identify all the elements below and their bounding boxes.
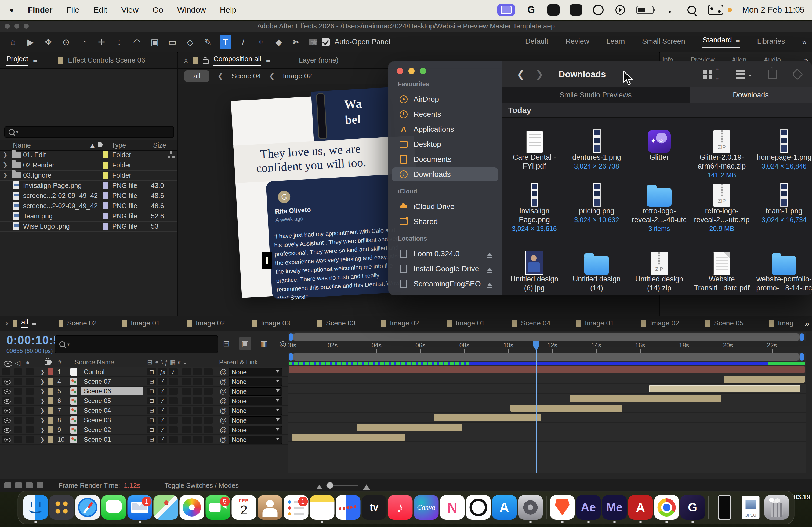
expand-chevron-icon[interactable]: ❯ [40,417,45,423]
app-store-icon[interactable]: A [492,495,517,520]
file-item-websitetransiti-date-pdf[interactable]: WebsiteTransiti...date.pdf [694,240,750,292]
parent-dropdown[interactable]: None [229,417,282,424]
quality-switch[interactable] [169,388,178,395]
timeline-zoom-slider[interactable] [326,485,359,486]
timeline-tab-image-01[interactable]: Image 01 [122,316,160,331]
menu-edit[interactable]: Edit [93,5,107,15]
motion-blur-icon[interactable]: ◎ [277,337,289,350]
tool-zoom[interactable]: ⊙ [60,35,72,49]
dock-item-app-store[interactable]: A [491,491,518,524]
sidebar-item-airdrop[interactable]: AirDrop [392,92,498,106]
collapse-switch[interactable]: ⊟ [147,426,156,433]
layer-row-scene-06[interactable]: ❯5Scene 06⊟/@None [0,387,288,396]
dock-item-maps[interactable] [153,491,179,524]
file-item-team-1-png[interactable]: team-1.png3,024 × 16,734 [756,172,812,224]
acrobat-icon[interactable]: A [628,495,653,520]
number-column[interactable]: # [58,359,61,366]
file-item-glitter[interactable]: Glitter [631,118,687,162]
label-color-swatch[interactable] [48,407,53,414]
audio-switch-cell[interactable] [14,417,22,424]
effect-switch[interactable]: / [158,417,167,424]
pickwhip-icon[interactable]: @ [220,436,227,444]
layer-bar-control[interactable] [289,366,805,373]
sidebar-item-screamingfrogseos-[interactable]: ScreamingFrogSEOS... [392,277,498,291]
sidebar-item-applications[interactable]: Applications [392,122,498,136]
expand-chevron-icon[interactable]: ❯ [3,151,8,158]
gemini-icon[interactable]: G [680,495,705,520]
project-row-4[interactable]: Invisalign Page.pngPNG file43.0 [0,180,177,191]
tool-pen[interactable]: ✎ [202,35,214,49]
dock-item-system-settings[interactable] [518,491,543,524]
layer-name[interactable]: Scene 07 [81,378,114,386]
maps-icon[interactable] [153,495,178,520]
lock-switch-cell[interactable] [26,426,34,433]
switch-cell[interactable] [204,407,213,414]
dock-item-music[interactable]: ♪ [387,491,413,524]
layer-row-scene-04[interactable]: ❯7Scene 04⊟/@None [0,406,288,416]
tab-composition-all[interactable]: Composition all [214,55,261,66]
system-settings-icon[interactable] [518,495,543,520]
file-item-glitter-2-0-19-arm64-mac-zip[interactable]: Glitter-2.0.19-arm64-mac.zip141.2 MB [694,118,750,179]
effect-switch[interactable]: / [158,436,167,443]
dock-item-safari[interactable] [75,491,101,524]
file-item-retro-logo-reveal-2-utc-zip[interactable]: retro-logo-reveal-2...-utc.zip20.9 MB [694,172,750,232]
audio-switch-cell[interactable] [14,436,22,443]
sidebar-item-install-google-drive[interactable]: Install Google Drive [392,262,498,276]
parent-link-column[interactable]: Parent & Link [219,359,258,366]
eject-icon[interactable] [487,265,492,273]
dock-item-notes[interactable] [309,491,335,524]
dock-item-acrobat[interactable]: A [627,491,654,524]
label-swatch[interactable] [103,172,108,179]
parent-dropdown[interactable]: None [229,436,282,444]
audio-switch-cell[interactable] [14,388,22,395]
switch-cell[interactable] [204,397,213,404]
panel-menu-icon[interactable]: ≡ [33,56,37,65]
tabs-overflow-icon[interactable]: » [805,319,809,328]
expand-chevron-icon[interactable]: ❯ [40,436,45,443]
timeline-tab-scene-05[interactable]: Scene 05 [706,316,743,331]
timeline-tab-scene-02[interactable]: Scene 02 [59,316,97,331]
timeline-tab-image-01[interactable]: Image 01 [447,316,485,331]
file-item-website-portfolio-promo-8-14-utc[interactable]: website-portfolio-promo-...8-14-utc [756,240,812,292]
expand-chevron-icon[interactable]: ❯ [3,172,8,179]
workspace-default[interactable]: Default [525,37,548,47]
layer-bar-scene-06[interactable] [649,385,800,392]
eye-icon[interactable] [4,438,11,442]
menu-help[interactable]: Help [220,5,236,15]
eye-icon[interactable] [4,418,11,423]
sidebar-item-shared[interactable]: Shared [392,215,498,229]
menu-window[interactable]: Window [177,5,206,15]
project-row-1[interactable]: ❯01. EditFolder [0,150,177,161]
dock-item-media-encoder[interactable]: Me [601,491,627,524]
dock-item-brave[interactable] [549,491,576,524]
close-panel-icon[interactable]: x [5,319,9,327]
layer-name[interactable]: Control [81,368,107,376]
voice-wave-app-icon[interactable] [336,495,360,520]
mail-icon[interactable]: 1 [127,495,152,520]
menu-file[interactable]: File [66,5,79,15]
trash-icon[interactable] [764,495,789,520]
iphone-mirroring-icon[interactable] [712,495,737,520]
parent-dropdown[interactable]: None [229,388,282,395]
video-switch-cell[interactable] [2,368,10,375]
eye-icon[interactable] [4,399,11,404]
back-button[interactable]: ❮ [517,69,525,80]
spotlight-icon[interactable] [686,4,698,16]
eject-icon[interactable] [487,250,492,258]
file-item-untitled-design-14-[interactable]: Untitled design(14) [568,240,625,292]
breadcrumb-item[interactable]: Image 02 [283,72,312,80]
timeline-tab-all[interactable]: xall≡ [5,316,36,331]
label-color-swatch[interactable] [48,417,53,424]
label-color-swatch[interactable] [48,388,53,395]
project-row-7[interactable]: Team.pngPNG file52.6 [0,211,177,222]
effect-switch[interactable]: / [158,397,167,404]
battery-icon[interactable] [636,6,654,14]
tool-hand[interactable]: ✥ [42,35,54,49]
project-column-headers[interactable]: Name ▲ Type Size [0,139,177,151]
maximize-window-button[interactable] [420,68,426,74]
effect-switch[interactable]: / [158,378,167,385]
pickwhip-icon[interactable]: @ [220,368,227,376]
collapse-switch[interactable]: ⊟ [147,417,156,424]
expand-chevron-icon[interactable]: ❯ [40,407,45,414]
quality-switch[interactable] [169,397,178,404]
